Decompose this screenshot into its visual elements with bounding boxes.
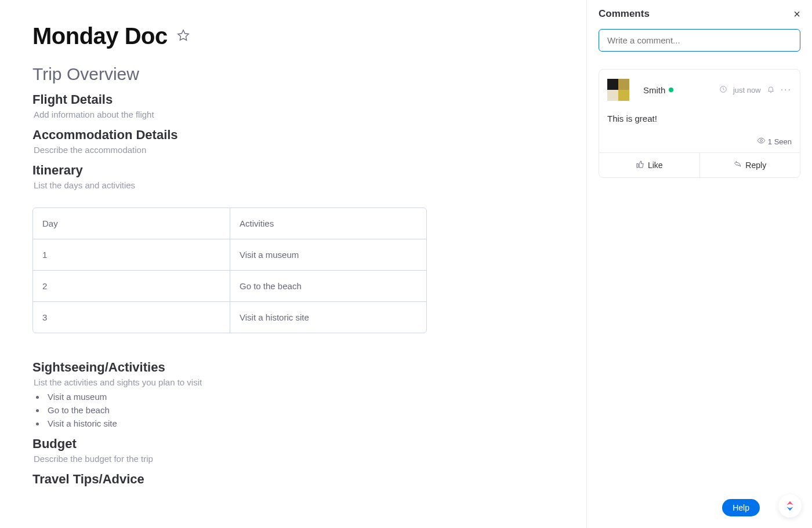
presence-dot-icon — [669, 88, 673, 92]
tips-heading[interactable]: Travel Tips/Advice — [32, 472, 586, 487]
cell-day[interactable]: 3 — [33, 302, 230, 333]
comment-input[interactable] — [599, 29, 800, 52]
cell-day[interactable]: 1 — [33, 239, 230, 271]
more-icon[interactable]: ··· — [781, 85, 792, 95]
brand-bubble-icon[interactable] — [778, 494, 802, 518]
flight-heading[interactable]: Flight Details — [32, 92, 586, 107]
budget-placeholder[interactable]: Describe the budget for the trip — [34, 454, 586, 464]
table-row: 1 Visit a museum — [33, 239, 426, 271]
bell-icon[interactable] — [767, 85, 775, 95]
itinerary-heading[interactable]: Itinerary — [32, 163, 586, 178]
overview-heading[interactable]: Trip Overview — [32, 64, 586, 84]
comment-author[interactable]: Smith — [643, 85, 673, 95]
list-item[interactable]: Visit a museum — [45, 392, 586, 402]
table-row: 2 Go to the beach — [33, 271, 426, 302]
like-button[interactable]: Like — [599, 153, 700, 177]
like-label: Like — [648, 161, 663, 170]
col-header-day[interactable]: Day — [33, 208, 230, 239]
flight-placeholder[interactable]: Add information about the flight — [34, 110, 586, 119]
reply-label: Reply — [745, 161, 766, 170]
reply-button[interactable]: Reply — [700, 153, 800, 177]
sightseeing-heading[interactable]: Sightseeing/Activities — [32, 360, 586, 375]
cell-activity[interactable]: Go to the beach — [230, 271, 426, 302]
help-button[interactable]: Help — [722, 499, 760, 516]
comment-card: Smith just now ··· — [599, 69, 800, 178]
table-header-row: Day Activities — [33, 208, 426, 239]
close-icon[interactable]: × — [793, 8, 800, 20]
table-row: 3 Visit a historic site — [33, 302, 426, 333]
col-header-activities[interactable]: Activities — [230, 208, 426, 239]
doc-title[interactable]: Monday Doc — [32, 23, 168, 49]
sightseeing-list[interactable]: Visit a museum Go to the beach Visit a h… — [45, 392, 586, 428]
budget-heading[interactable]: Budget — [32, 436, 586, 451]
list-item[interactable]: Go to the beach — [45, 405, 586, 415]
clock-icon — [719, 85, 727, 95]
itinerary-table[interactable]: Day Activities 1 Visit a museum 2 Go to … — [32, 207, 427, 333]
seen-count[interactable]: 1 Seen — [768, 137, 792, 146]
avatar[interactable] — [607, 79, 629, 101]
eye-icon — [757, 136, 766, 147]
document-main: Monday Doc Trip Overview Flight Details … — [0, 0, 587, 528]
comment-timestamp: just now — [733, 86, 761, 94]
sightseeing-placeholder[interactable]: List the activities and sights you plan … — [34, 377, 586, 387]
star-icon[interactable] — [177, 29, 190, 44]
cell-activity[interactable]: Visit a historic site — [230, 302, 426, 333]
thumbs-up-icon — [636, 160, 644, 170]
reply-icon — [733, 160, 742, 170]
author-name: Smith — [643, 85, 665, 95]
accommodation-heading[interactable]: Accommodation Details — [32, 128, 586, 143]
list-item[interactable]: Visit a historic site — [45, 418, 586, 428]
accommodation-placeholder[interactable]: Describe the accommodation — [34, 145, 586, 155]
comments-title: Comments — [599, 8, 650, 20]
cell-activity[interactable]: Visit a museum — [230, 239, 426, 271]
comments-panel: Comments × Smith — [587, 0, 812, 528]
cell-day[interactable]: 2 — [33, 271, 230, 302]
svg-point-1 — [760, 140, 762, 142]
comment-text: This is great! — [607, 114, 792, 123]
itinerary-placeholder[interactable]: List the days and activities — [34, 180, 586, 190]
